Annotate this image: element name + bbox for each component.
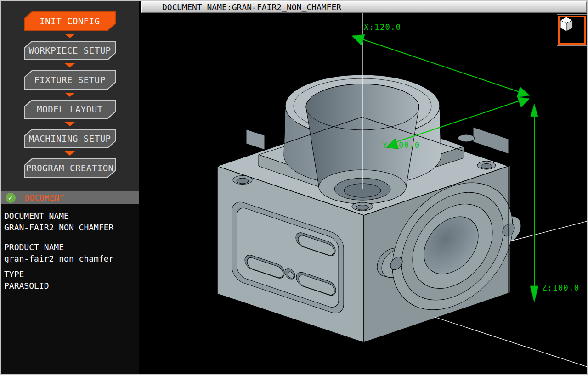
flow-arrow-icon	[65, 34, 75, 38]
z-arrow-down	[530, 286, 538, 302]
step-fixture-setup[interactable]: FIXTURE SETUP	[24, 70, 116, 90]
workflow-steps: INIT CONFIG WORKPIECE SETUP FIXTURE SETU…	[1, 1, 139, 178]
sidebar: INIT CONFIG WORKPIECE SETUP FIXTURE SETU…	[1, 1, 139, 374]
type-field: TYPE PARASOLID	[4, 269, 137, 291]
main-area: DOCUMENT NAME:GRAN-FAIR2_NON_CHAMFER	[139, 1, 587, 374]
step-label: PROGRAM CREATION	[26, 163, 113, 173]
cad-model	[217, 75, 521, 343]
step-init-config[interactable]: INIT CONFIG	[24, 11, 116, 31]
3d-viewport[interactable]: X:120.0 Y:100.0 Z:100.0	[139, 13, 587, 374]
viewport-titlebar: DOCUMENT NAME:GRAN-FAIR2_NON_CHAMFER	[141, 1, 587, 13]
y-dimension-label: Y:100.0	[383, 140, 420, 150]
step-program-creation[interactable]: PROGRAM CREATION	[24, 158, 116, 178]
x-dimension-label: X:120.0	[364, 22, 401, 32]
flow-arrow-icon	[65, 151, 75, 156]
document-name-field: DOCUMENT NAME GRAN-FAIR2_NON_CHAMFER	[4, 210, 137, 233]
flow-arrow-icon	[65, 93, 75, 97]
step-workpiece-setup[interactable]: WORKPIECE SETUP	[24, 41, 116, 60]
step-label: MACHINING SETUP	[28, 134, 111, 144]
document-section-title: DOCUMENT	[25, 193, 64, 202]
x-axis-line	[435, 317, 587, 367]
product-name-value: gran-fair2_non_chamfer	[4, 253, 137, 264]
view-cube-button[interactable]	[557, 14, 587, 46]
step-label: FIXTURE SETUP	[34, 75, 105, 85]
step-machining-setup[interactable]: MACHINING SETUP	[24, 129, 116, 148]
step-label: MODEL LAYOUT	[37, 104, 102, 114]
flow-arrow-icon	[65, 63, 75, 67]
step-label: INIT CONFIG	[40, 16, 100, 26]
document-name-label: DOCUMENT NAME	[4, 210, 137, 222]
cube-icon	[557, 15, 576, 34]
flow-arrow-icon	[65, 122, 75, 126]
z-dimension-label: Z:100.0	[542, 283, 579, 292]
model-canvas[interactable]: X:120.0 Y:100.0 Z:100.0	[139, 13, 587, 374]
view-cube-frame	[558, 16, 586, 45]
step-label: WORKPIECE SETUP	[28, 45, 111, 56]
product-name-field: PRODUCT NAME gran-fair2_non_chamfer	[4, 241, 137, 264]
x-arrow-left	[352, 34, 365, 45]
app-window: INIT CONFIG WORKPIECE SETUP FIXTURE SETU…	[0, 0, 588, 375]
step-model-layout[interactable]: MODEL LAYOUT	[24, 100, 116, 119]
document-section-header: ✓ DOCUMENT	[1, 191, 139, 204]
product-name-label: PRODUCT NAME	[4, 241, 137, 253]
type-label: TYPE	[4, 269, 137, 280]
document-name-value: GRAN-FAIR2_NON_CHAMFER	[4, 222, 137, 233]
document-info-panel: DOCUMENT NAME GRAN-FAIR2_NON_CHAMFER PRO…	[1, 204, 139, 374]
type-value: PARASOLID	[4, 280, 137, 291]
x-arrow-right	[517, 87, 530, 97]
y-arrow-right	[517, 97, 530, 108]
z-arrow-up	[531, 104, 538, 117]
viewport-title: DOCUMENT NAME:GRAN-FAIR2_NON_CHAMFER	[162, 2, 341, 12]
check-circle-icon: ✓	[6, 193, 16, 203]
